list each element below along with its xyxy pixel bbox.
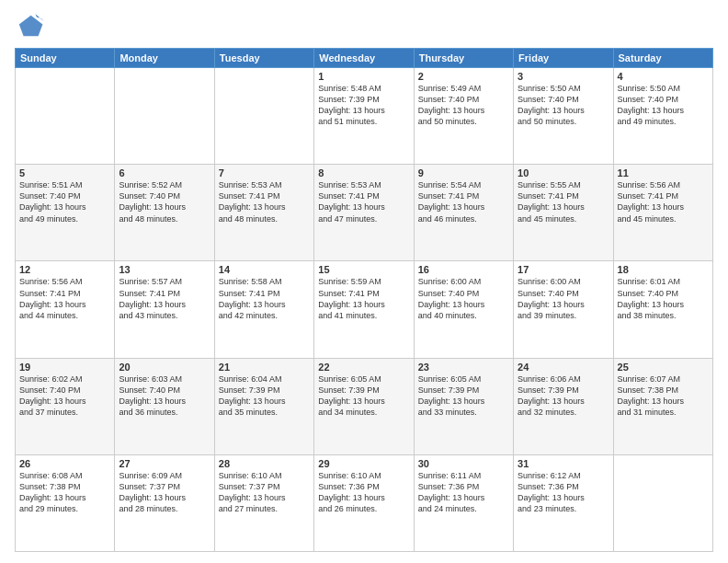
calendar-header-friday: Friday <box>514 49 613 68</box>
calendar-cell: 7Sunrise: 5:53 AM Sunset: 7:41 PM Daylig… <box>214 165 313 261</box>
day-info: Sunrise: 5:51 AM Sunset: 7:40 PM Dayligh… <box>19 179 110 224</box>
calendar-cell: 6Sunrise: 5:52 AM Sunset: 7:40 PM Daylig… <box>115 165 214 261</box>
day-number: 1 <box>318 71 409 82</box>
header <box>15 11 713 40</box>
calendar-cell: 18Sunrise: 6:01 AM Sunset: 7:40 PM Dayli… <box>613 261 712 358</box>
day-number: 12 <box>19 264 110 275</box>
day-number: 23 <box>418 362 509 373</box>
calendar-cell: 30Sunrise: 6:11 AM Sunset: 7:36 PM Dayli… <box>414 454 513 551</box>
day-info: Sunrise: 5:49 AM Sunset: 7:40 PM Dayligh… <box>418 83 509 128</box>
calendar-cell: 19Sunrise: 6:02 AM Sunset: 7:40 PM Dayli… <box>16 358 115 454</box>
day-info: Sunrise: 5:56 AM Sunset: 7:41 PM Dayligh… <box>19 276 110 321</box>
calendar-cell: 11Sunrise: 5:56 AM Sunset: 7:41 PM Dayli… <box>613 165 712 261</box>
calendar-cell: 29Sunrise: 6:10 AM Sunset: 7:36 PM Dayli… <box>314 454 414 551</box>
calendar-cell <box>214 68 313 165</box>
day-number: 8 <box>318 167 409 178</box>
calendar-cell: 23Sunrise: 6:05 AM Sunset: 7:39 PM Dayli… <box>414 358 513 454</box>
calendar-week-3: 19Sunrise: 6:02 AM Sunset: 7:40 PM Dayli… <box>16 358 713 454</box>
logo-icon <box>15 11 44 40</box>
calendar-cell: 26Sunrise: 6:08 AM Sunset: 7:38 PM Dayli… <box>16 454 115 551</box>
calendar-cell: 17Sunrise: 6:00 AM Sunset: 7:40 PM Dayli… <box>514 261 613 358</box>
day-info: Sunrise: 6:04 AM Sunset: 7:39 PM Dayligh… <box>219 373 310 419</box>
day-number: 13 <box>119 264 210 275</box>
calendar-cell: 2Sunrise: 5:49 AM Sunset: 7:40 PM Daylig… <box>414 68 513 165</box>
calendar-cell: 27Sunrise: 6:09 AM Sunset: 7:37 PM Dayli… <box>115 454 214 551</box>
day-number: 17 <box>518 264 609 275</box>
day-number: 14 <box>219 264 310 275</box>
day-info: Sunrise: 6:08 AM Sunset: 7:38 PM Dayligh… <box>19 470 110 515</box>
calendar-week-1: 5Sunrise: 5:51 AM Sunset: 7:40 PM Daylig… <box>16 165 713 261</box>
calendar-cell <box>613 454 712 551</box>
calendar-header-thursday: Thursday <box>414 49 513 68</box>
calendar-cell: 31Sunrise: 6:12 AM Sunset: 7:36 PM Dayli… <box>514 454 613 551</box>
day-info: Sunrise: 5:52 AM Sunset: 7:40 PM Dayligh… <box>119 179 210 224</box>
day-info: Sunrise: 5:53 AM Sunset: 7:41 PM Dayligh… <box>318 179 409 224</box>
day-info: Sunrise: 6:05 AM Sunset: 7:39 PM Dayligh… <box>318 373 409 419</box>
calendar-cell: 10Sunrise: 5:55 AM Sunset: 7:41 PM Dayli… <box>514 165 613 261</box>
day-number: 11 <box>618 167 709 178</box>
day-info: Sunrise: 5:48 AM Sunset: 7:39 PM Dayligh… <box>318 83 409 128</box>
day-number: 26 <box>19 458 110 469</box>
day-number: 21 <box>219 362 310 373</box>
day-number: 29 <box>318 458 409 469</box>
day-number: 9 <box>418 167 509 178</box>
calendar-cell: 5Sunrise: 5:51 AM Sunset: 7:40 PM Daylig… <box>16 165 115 261</box>
day-number: 30 <box>418 458 509 469</box>
day-number: 6 <box>119 167 210 178</box>
calendar-header-sunday: Sunday <box>16 49 115 68</box>
day-info: Sunrise: 6:10 AM Sunset: 7:36 PM Dayligh… <box>318 470 409 515</box>
calendar-header-tuesday: Tuesday <box>214 49 313 68</box>
day-number: 2 <box>418 71 509 82</box>
day-info: Sunrise: 6:05 AM Sunset: 7:39 PM Dayligh… <box>418 373 509 419</box>
day-info: Sunrise: 5:53 AM Sunset: 7:41 PM Dayligh… <box>219 179 310 224</box>
calendar-cell: 3Sunrise: 5:50 AM Sunset: 7:40 PM Daylig… <box>514 68 613 165</box>
calendar-cell: 8Sunrise: 5:53 AM Sunset: 7:41 PM Daylig… <box>314 165 414 261</box>
day-info: Sunrise: 6:10 AM Sunset: 7:37 PM Dayligh… <box>219 470 310 515</box>
calendar-table: SundayMondayTuesdayWednesdayThursdayFrid… <box>15 48 713 552</box>
calendar-cell: 12Sunrise: 5:56 AM Sunset: 7:41 PM Dayli… <box>16 261 115 358</box>
calendar-cell: 9Sunrise: 5:54 AM Sunset: 7:41 PM Daylig… <box>414 165 513 261</box>
day-info: Sunrise: 6:02 AM Sunset: 7:40 PM Dayligh… <box>19 373 110 419</box>
calendar-week-0: 1Sunrise: 5:48 AM Sunset: 7:39 PM Daylig… <box>16 68 713 165</box>
day-info: Sunrise: 6:06 AM Sunset: 7:39 PM Dayligh… <box>518 373 609 419</box>
calendar-cell: 13Sunrise: 5:57 AM Sunset: 7:41 PM Dayli… <box>115 261 214 358</box>
day-number: 19 <box>19 362 110 373</box>
calendar-header-saturday: Saturday <box>613 49 712 68</box>
day-number: 15 <box>318 264 409 275</box>
day-info: Sunrise: 6:09 AM Sunset: 7:37 PM Dayligh… <box>119 470 210 515</box>
day-number: 4 <box>618 71 709 82</box>
svg-marker-0 <box>19 16 43 36</box>
calendar-cell: 24Sunrise: 6:06 AM Sunset: 7:39 PM Dayli… <box>514 358 613 454</box>
day-number: 10 <box>518 167 609 178</box>
day-number: 5 <box>19 167 110 178</box>
calendar-cell <box>115 68 214 165</box>
calendar-cell: 28Sunrise: 6:10 AM Sunset: 7:37 PM Dayli… <box>214 454 313 551</box>
calendar-header-monday: Monday <box>115 49 214 68</box>
day-info: Sunrise: 6:03 AM Sunset: 7:40 PM Dayligh… <box>119 373 210 419</box>
page: SundayMondayTuesdayWednesdayThursdayFrid… <box>0 0 728 563</box>
calendar-week-4: 26Sunrise: 6:08 AM Sunset: 7:38 PM Dayli… <box>16 454 713 551</box>
calendar-week-2: 12Sunrise: 5:56 AM Sunset: 7:41 PM Dayli… <box>16 261 713 358</box>
day-info: Sunrise: 6:00 AM Sunset: 7:40 PM Dayligh… <box>418 276 509 321</box>
calendar-cell: 15Sunrise: 5:59 AM Sunset: 7:41 PM Dayli… <box>314 261 414 358</box>
day-info: Sunrise: 6:11 AM Sunset: 7:36 PM Dayligh… <box>418 470 509 515</box>
day-number: 27 <box>119 458 210 469</box>
day-info: Sunrise: 5:57 AM Sunset: 7:41 PM Dayligh… <box>119 276 210 321</box>
day-number: 28 <box>219 458 310 469</box>
calendar-header-wednesday: Wednesday <box>314 49 414 68</box>
day-number: 24 <box>518 362 609 373</box>
calendar-cell: 22Sunrise: 6:05 AM Sunset: 7:39 PM Dayli… <box>314 358 414 454</box>
day-number: 18 <box>618 264 709 275</box>
calendar-cell: 14Sunrise: 5:58 AM Sunset: 7:41 PM Dayli… <box>214 261 313 358</box>
day-number: 7 <box>219 167 310 178</box>
calendar-cell: 1Sunrise: 5:48 AM Sunset: 7:39 PM Daylig… <box>314 68 414 165</box>
logo <box>15 11 48 40</box>
day-info: Sunrise: 5:58 AM Sunset: 7:41 PM Dayligh… <box>219 276 310 321</box>
day-info: Sunrise: 6:12 AM Sunset: 7:36 PM Dayligh… <box>518 470 609 515</box>
day-info: Sunrise: 5:55 AM Sunset: 7:41 PM Dayligh… <box>518 179 609 224</box>
calendar-cell: 20Sunrise: 6:03 AM Sunset: 7:40 PM Dayli… <box>115 358 214 454</box>
day-info: Sunrise: 6:00 AM Sunset: 7:40 PM Dayligh… <box>518 276 609 321</box>
day-number: 31 <box>518 458 609 469</box>
day-number: 16 <box>418 264 509 275</box>
calendar-cell: 25Sunrise: 6:07 AM Sunset: 7:38 PM Dayli… <box>613 358 712 454</box>
